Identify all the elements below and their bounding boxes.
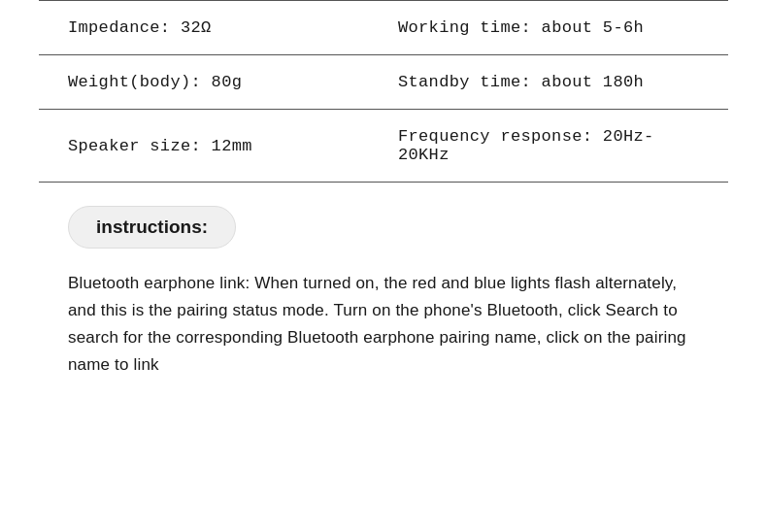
- instructions-badge-label: instructions:: [96, 216, 208, 237]
- impedance-label: Impedance:: [68, 18, 181, 37]
- working-time-right: Working time: about 5-6h: [369, 18, 699, 37]
- standby-time-label: Standby time:: [398, 73, 542, 91]
- frequency-response-label: Frequency response:: [398, 127, 603, 146]
- spec-row-speaker: Speaker size: 12mm Frequency response: 2…: [39, 110, 728, 183]
- weight-value: 80g: [212, 73, 243, 91]
- weight-left: Weight(body): 80g: [68, 73, 369, 91]
- page-container: Impedance: 32Ω Working time: about 5-6h …: [0, 0, 767, 532]
- frequency-response-right: Frequency response: 20Hz-20KHz: [369, 127, 699, 164]
- standby-time-right: Standby time: about 180h: [369, 73, 699, 91]
- specs-table: Impedance: 32Ω Working time: about 5-6h …: [39, 0, 728, 183]
- spec-row-weight: Weight(body): 80g Standby time: about 18…: [39, 55, 728, 110]
- impedance-value: 32Ω: [181, 18, 212, 37]
- instructions-body: Bluetooth earphone link: When turned on,…: [68, 270, 699, 379]
- weight-label: Weight(body):: [68, 73, 212, 91]
- speaker-size-value: 12mm: [212, 137, 252, 155]
- speaker-size-label: Speaker size:: [68, 137, 212, 155]
- standby-time-value: about 180h: [542, 73, 644, 91]
- instructions-section: instructions: Bluetooth earphone link: W…: [39, 183, 728, 379]
- working-time-label: Working time:: [398, 18, 542, 37]
- instructions-badge: instructions:: [68, 206, 236, 249]
- impedance-left: Impedance: 32Ω: [68, 18, 369, 37]
- spec-row-impedance: Impedance: 32Ω Working time: about 5-6h: [39, 0, 728, 55]
- speaker-size-left: Speaker size: 12mm: [68, 137, 369, 155]
- working-time-value: about 5-6h: [542, 18, 644, 37]
